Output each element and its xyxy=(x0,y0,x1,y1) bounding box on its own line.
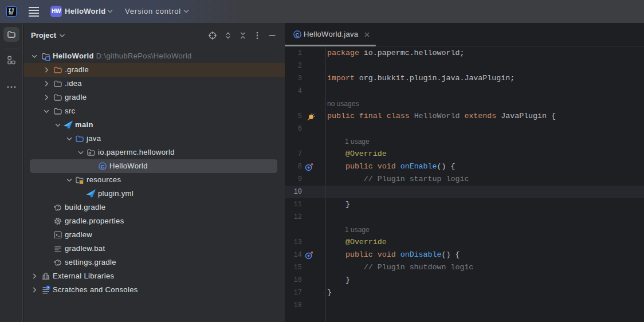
svg-text:C: C xyxy=(101,163,105,170)
svg-text:C: C xyxy=(296,32,300,38)
